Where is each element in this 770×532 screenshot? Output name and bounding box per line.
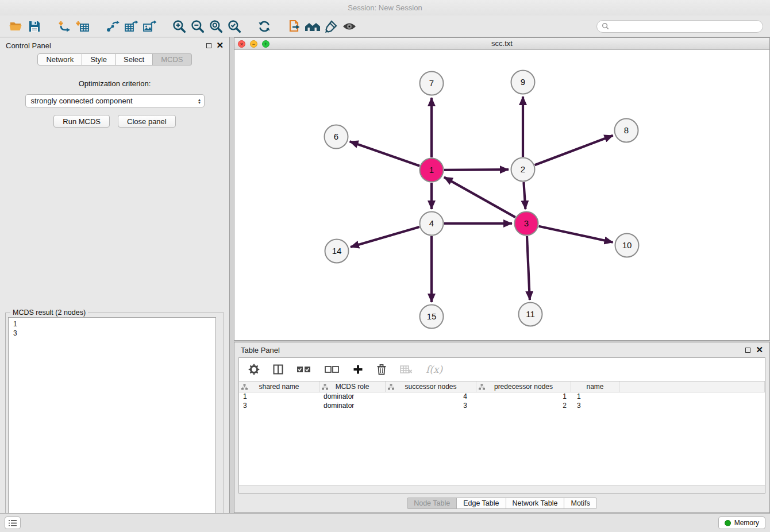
close-panel-icon[interactable]: ✕ [216,42,224,49]
show-details-button[interactable] [340,18,359,35]
graph-edge-3-11[interactable] [527,236,530,300]
search-field[interactable] [596,20,763,33]
close-panel-button[interactable]: Close panel [118,115,176,128]
graph-node-label-1: 1 [429,165,434,175]
tab-mcds[interactable]: MCDS [153,53,191,65]
deselect-all-checkboxes-icon [325,365,340,373]
delete-table-icon [400,365,413,374]
dropdown-stepper-icon: ▲▼ [198,98,202,104]
network-window-title: scc.txt [491,39,513,48]
plus-icon [353,364,363,375]
graph-node-label-9: 9 [521,77,525,87]
network-window-titlebar[interactable]: × − + scc.txt [234,38,769,50]
function-builder-button[interactable]: f(x) [426,364,442,375]
table-row[interactable]: 3 dominator 3 2 3 [239,402,765,411]
right-column: × − + scc.txt 7968124314101511 Table Pan… [234,37,770,513]
graph-edge-3-10[interactable] [539,226,613,242]
run-mcds-button[interactable]: Run MCDS [53,115,110,128]
zoom-in-button[interactable] [170,18,188,35]
export-table-icon [124,19,138,34]
cell-shared-name: 3 [239,402,319,411]
delete-row-button[interactable] [376,364,387,375]
task-history-button[interactable] [5,516,21,529]
close-window-icon[interactable]: × [238,40,245,48]
home-icon [304,19,321,34]
tab-network[interactable]: Network [37,53,82,65]
export-network-icon [105,19,120,34]
tab-network-table[interactable]: Network Table [506,498,565,509]
graph-edge-2-3[interactable] [523,182,525,209]
gear-icon [248,364,260,375]
cell-mcds-role: dominator [319,392,386,402]
graph-edge-2-8[interactable] [535,136,613,165]
split-columns-button[interactable] [273,364,283,375]
zoom-window-icon[interactable]: + [262,40,270,48]
graph-edge-3-1[interactable] [444,177,515,217]
column-header-shared-name[interactable]: shared name [239,381,319,392]
style-brush-button[interactable] [322,18,340,35]
tab-node-table[interactable]: Node Table [407,498,457,509]
tab-select[interactable]: Select [116,53,153,65]
table-panel-title: Table Panel [241,346,280,354]
table-row[interactable]: 1 dominator 4 1 1 [239,392,765,402]
mcds-result-text[interactable]: 1 3 [8,317,216,523]
control-panel: Control Panel ✕ Network Style Select MCD… [0,37,230,513]
optimization-criterion-select[interactable]: strongly connected component ▲▼ [25,94,205,107]
cell-name: 1 [571,392,619,402]
window-title: Session: New Session [348,3,422,12]
graph-edge-4-14[interactable] [351,227,419,247]
graph-node-label-8: 8 [624,125,629,135]
tab-motifs[interactable]: Motifs [564,498,596,509]
tab-edge-table[interactable]: Edge Table [456,498,506,509]
column-header-predecessor-nodes[interactable]: predecessor nodes [476,381,571,392]
tab-style[interactable]: Style [82,53,116,65]
add-row-button[interactable] [353,364,363,375]
refresh-layout-button[interactable] [255,18,274,35]
column-header-filler [619,381,765,392]
search-input[interactable] [612,22,758,30]
memory-label: Memory [734,519,759,527]
zoom-out-button[interactable] [188,18,207,35]
table-panel-header: Table Panel ✕ [234,342,769,357]
deselect-all-button[interactable] [325,365,340,373]
export-table-button[interactable] [122,18,140,35]
zoom-fit-icon [209,19,224,34]
column-header-mcds-role[interactable]: MCDS role [319,381,386,392]
document-share-button[interactable] [285,18,303,35]
node-table: shared name MCDS role successor nodes [239,381,765,411]
save-session-button[interactable] [25,18,44,35]
table-settings-button[interactable] [248,364,260,375]
column-header-successor-nodes[interactable]: successor nodes [386,381,476,392]
memory-button[interactable]: Memory [718,516,765,529]
zoom-selected-icon [227,19,242,34]
zoom-in-icon [172,19,187,34]
table-toolbar: f(x) [239,358,765,381]
search-icon [602,22,609,30]
graph-edge-1-6[interactable] [350,141,420,166]
float-panel-icon[interactable] [206,43,211,48]
export-image-button[interactable] [140,18,159,35]
zoom-selected-button[interactable] [225,18,244,35]
minimize-window-icon[interactable]: − [250,40,257,48]
graph-edge-1-2[interactable] [444,169,509,170]
cell-shared-name: 1 [239,392,319,402]
network-canvas[interactable]: 7968124314101511 [234,50,769,340]
graph-node-label-3: 3 [524,218,529,228]
column-header-name[interactable]: name [571,381,619,392]
close-table-panel-icon[interactable]: ✕ [756,346,763,353]
mcds-panel: Optimization criterion: strongly connect… [0,65,229,512]
cell-successor-nodes: 4 [386,392,476,402]
open-session-button[interactable] [7,18,25,35]
home-button[interactable] [303,18,322,35]
zoom-fit-button[interactable] [207,18,225,35]
import-network-button[interactable] [55,18,74,35]
float-table-panel-icon[interactable] [745,348,750,353]
mcds-result-group: MCDS result (2 nodes) 1 3 [5,313,224,526]
select-all-button[interactable] [297,365,311,373]
delete-table-button[interactable] [400,365,413,374]
import-table-icon [75,19,90,34]
graph-node-label-15: 15 [427,311,437,321]
table-scrollbar[interactable] [239,485,765,493]
export-network-button[interactable] [103,18,122,35]
import-table-button[interactable] [74,18,92,35]
